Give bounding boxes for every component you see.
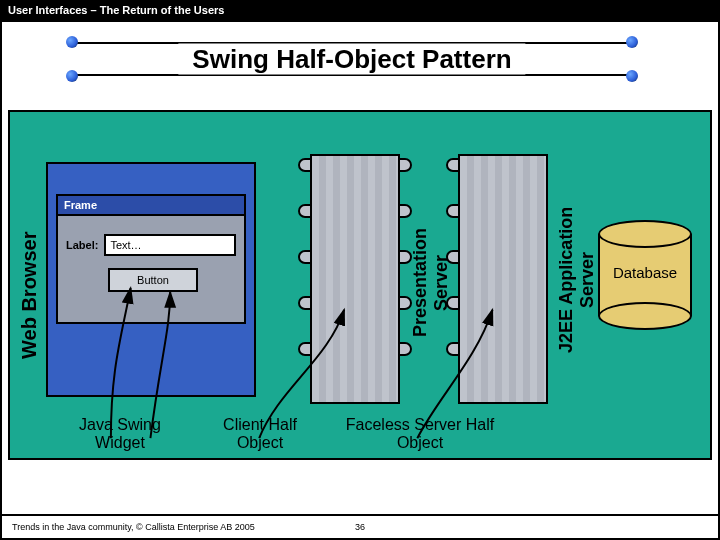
title-banner: Swing Half-Object Pattern	[72, 36, 632, 82]
label-j2ee-server: J2EE Application Server	[556, 152, 598, 407]
presentation-topbar: User Interfaces – The Return of the User…	[0, 0, 720, 22]
client-half-object-box	[310, 154, 400, 404]
server-half-object-box	[458, 154, 548, 404]
frame-box: Frame Label: Text… Button	[56, 194, 246, 324]
field-label: Label:	[66, 239, 98, 251]
frame-titlebar: Frame	[56, 194, 246, 216]
text-field[interactable]: Text…	[104, 234, 236, 256]
label-web-browser: Web Browser	[18, 200, 41, 390]
slide-body: Swing Half-Object Pattern Web Browser Fr…	[2, 22, 718, 514]
diagram-area: Web Browser Frame Label: Text… Button Pr…	[8, 110, 712, 460]
bullet-icon	[626, 70, 638, 82]
browser-box: Frame Label: Text… Button	[46, 162, 256, 397]
page-number: 36	[355, 522, 365, 532]
caption-java-swing-widget: Java Swing Widget	[60, 416, 180, 451]
caption-faceless-server-half-object: Faceless Server Half Object	[340, 416, 500, 451]
database-cylinder: Database	[598, 220, 692, 330]
label-database: Database	[598, 264, 692, 281]
slide-title: Swing Half-Object Pattern	[178, 44, 525, 75]
footer-copyright: Trends in the Java community, © Callista…	[12, 522, 255, 532]
bullet-icon	[626, 36, 638, 48]
bullet-icon	[66, 70, 78, 82]
button-widget[interactable]: Button	[108, 268, 198, 292]
bullet-icon	[66, 36, 78, 48]
caption-client-half-object: Client Half Object	[200, 416, 320, 451]
slide-footer: Trends in the Java community, © Callista…	[2, 516, 718, 538]
